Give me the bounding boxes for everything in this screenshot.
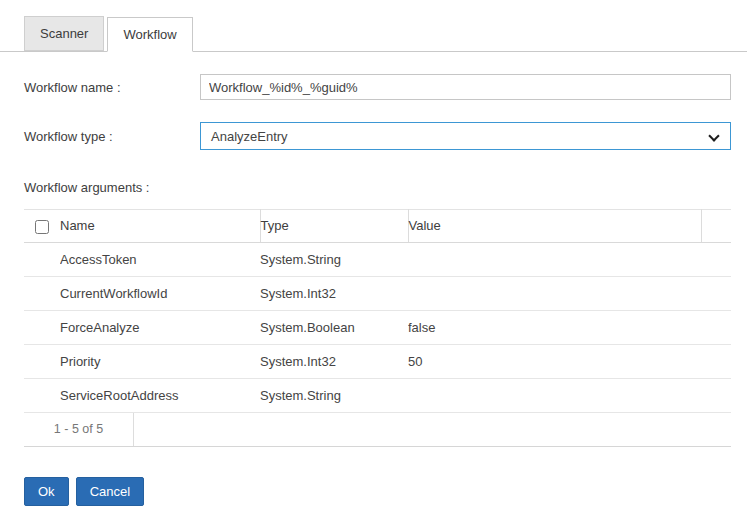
column-header-name[interactable]: Name (60, 210, 260, 243)
tab-scanner[interactable]: Scanner (24, 16, 104, 51)
table-row[interactable]: ServiceRootAddressSystem.String (24, 378, 731, 412)
column-header-type[interactable]: Type (260, 210, 408, 243)
column-header-spacer (701, 210, 731, 243)
cell-name: ForceAnalyze (60, 310, 260, 344)
table-row[interactable]: AccessTokenSystem.String (24, 242, 731, 276)
cell-spacer (701, 378, 731, 412)
select-all-cell (24, 210, 60, 243)
cell-spacer (701, 276, 731, 310)
cell-spacer (701, 242, 731, 276)
cell-name: CurrentWorkflowId (60, 276, 260, 310)
cell-value (408, 276, 701, 310)
row-checkbox-cell (24, 378, 60, 412)
ok-button[interactable]: Ok (24, 477, 69, 506)
cell-value: 50 (408, 344, 701, 378)
cell-type: System.String (260, 242, 408, 276)
row-checkbox-cell (24, 344, 60, 378)
workflow-name-row: Workflow name : (24, 74, 731, 100)
cell-spacer (701, 310, 731, 344)
workflow-settings-page: Scanner Workflow Workflow name : Workflo… (0, 0, 747, 506)
workflow-type-select[interactable]: AnalyzeEntry (200, 122, 731, 150)
cell-spacer (701, 344, 731, 378)
cell-type: System.Boolean (260, 310, 408, 344)
arguments-table-body: AccessTokenSystem.StringCurrentWorkflowI… (24, 242, 731, 412)
cell-value: false (408, 310, 701, 344)
table-row[interactable]: ForceAnalyzeSystem.Booleanfalse (24, 310, 731, 344)
action-button-row: Ok Cancel (24, 477, 731, 506)
tab-bar: Scanner Workflow (0, 0, 747, 52)
chevron-down-icon (708, 130, 719, 141)
column-header-value[interactable]: Value (408, 210, 701, 243)
select-all-checkbox[interactable] (35, 220, 49, 234)
pagination-info: 1 - 5 of 5 (24, 413, 134, 446)
workflow-type-label: Workflow type : (24, 129, 200, 144)
cell-type: System.String (260, 378, 408, 412)
row-checkbox-cell (24, 242, 60, 276)
cell-name: AccessToken (60, 242, 260, 276)
workflow-tab-panel: Workflow name : Workflow type : AnalyzeE… (0, 74, 747, 506)
cell-name: ServiceRootAddress (60, 378, 260, 412)
arguments-table: Name Type Value AccessTokenSystem.String… (24, 209, 731, 413)
row-checkbox-cell (24, 310, 60, 344)
cancel-button[interactable]: Cancel (76, 477, 144, 506)
workflow-type-row: Workflow type : AnalyzeEntry (24, 122, 731, 150)
cell-name: Priority (60, 344, 260, 378)
tab-workflow[interactable]: Workflow (107, 17, 192, 52)
workflow-type-selected-value: AnalyzeEntry (211, 129, 288, 144)
workflow-arguments-label: Workflow arguments : (24, 180, 731, 195)
workflow-name-input[interactable] (200, 74, 731, 100)
cell-type: System.Int32 (260, 276, 408, 310)
table-row[interactable]: PrioritySystem.Int3250 (24, 344, 731, 378)
cell-value (408, 242, 701, 276)
table-footer: 1 - 5 of 5 (24, 413, 731, 447)
workflow-name-label: Workflow name : (24, 80, 200, 95)
cell-value (408, 378, 701, 412)
table-header-row: Name Type Value (24, 210, 731, 243)
cell-type: System.Int32 (260, 344, 408, 378)
row-checkbox-cell (24, 276, 60, 310)
table-row[interactable]: CurrentWorkflowIdSystem.Int32 (24, 276, 731, 310)
